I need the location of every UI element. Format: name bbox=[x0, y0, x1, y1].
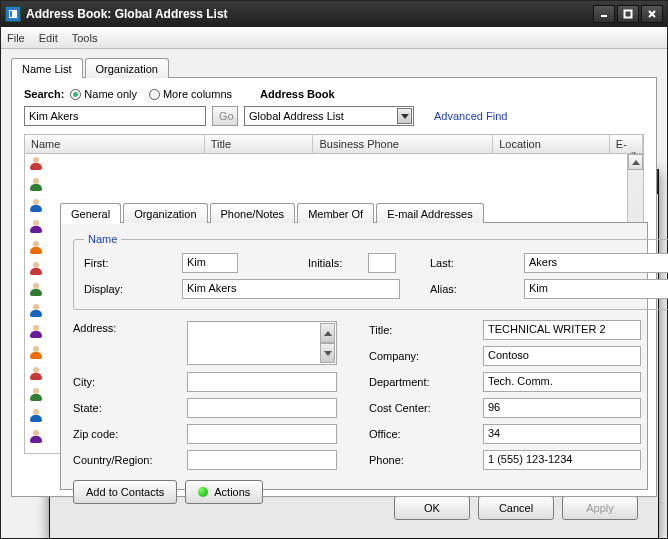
label-company: Company: bbox=[369, 350, 477, 362]
label-address: Address: bbox=[73, 320, 181, 334]
main-titlebar: Address Book: Global Address List bbox=[1, 1, 667, 27]
results-header: Name Title Business Phone Location E-mai… bbox=[24, 134, 644, 154]
minimize-button[interactable] bbox=[593, 5, 615, 23]
scroll-up-icon[interactable] bbox=[628, 154, 643, 170]
field-department[interactable]: Tech. Comm. bbox=[483, 372, 641, 392]
actions-button[interactable]: Actions bbox=[185, 480, 263, 504]
label-city: City: bbox=[73, 376, 181, 388]
person-icon bbox=[28, 346, 44, 362]
address-book-combo-value: Global Address List bbox=[249, 110, 344, 122]
person-icon bbox=[28, 430, 44, 446]
col-title[interactable]: Title bbox=[205, 135, 314, 153]
field-cost-center[interactable]: 96 bbox=[483, 398, 641, 418]
field-office[interactable]: 34 bbox=[483, 424, 641, 444]
general-panel: Name First: Kim Initials: Last: Akers Di… bbox=[60, 222, 648, 490]
label-first: First: bbox=[84, 257, 176, 269]
field-first[interactable]: Kim bbox=[182, 253, 238, 273]
person-icon bbox=[28, 388, 44, 404]
menu-edit[interactable]: Edit bbox=[39, 32, 58, 44]
name-legend: Name bbox=[84, 233, 121, 245]
address-book-icon bbox=[5, 6, 21, 22]
maximize-button[interactable] bbox=[617, 5, 639, 23]
field-title[interactable]: TECHNICAL WRITER 2 bbox=[483, 320, 641, 340]
label-state: State: bbox=[73, 402, 181, 414]
person-icon bbox=[28, 409, 44, 425]
radio-more-columns[interactable]: More columns bbox=[149, 88, 232, 100]
radio-name-only[interactable]: Name only bbox=[70, 88, 137, 100]
menu-file[interactable]: File bbox=[7, 32, 25, 44]
contact-properties-dialog: Kim Akers General Organization Phone/Not… bbox=[49, 169, 659, 539]
address-book-combo[interactable]: Global Address List bbox=[244, 106, 414, 126]
label-display: Display: bbox=[84, 283, 176, 295]
label-department: Department: bbox=[369, 376, 477, 388]
address-spinner[interactable] bbox=[320, 323, 335, 363]
advanced-find-link[interactable]: Advanced Find bbox=[434, 110, 507, 122]
person-icon bbox=[28, 241, 44, 257]
green-dot-icon bbox=[198, 487, 208, 497]
label-initials: Initials: bbox=[308, 257, 362, 269]
tab-name-list[interactable]: Name List bbox=[11, 58, 83, 78]
field-state[interactable] bbox=[187, 398, 337, 418]
close-button[interactable] bbox=[641, 5, 663, 23]
field-company[interactable]: Contoso bbox=[483, 346, 641, 366]
label-title: Title: bbox=[369, 324, 477, 336]
label-zip: Zip code: bbox=[73, 428, 181, 440]
svg-rect-1 bbox=[10, 11, 12, 17]
row-icons bbox=[28, 157, 44, 446]
dlg-tab-general[interactable]: General bbox=[60, 203, 121, 223]
search-label: Search: bbox=[24, 88, 64, 100]
dlg-tab-organization[interactable]: Organization bbox=[123, 203, 207, 223]
add-to-contacts-button[interactable]: Add to Contacts bbox=[73, 480, 177, 504]
field-zip[interactable] bbox=[187, 424, 337, 444]
dlg-tab-phone-notes[interactable]: Phone/Notes bbox=[210, 203, 296, 223]
go-button[interactable]: Go bbox=[212, 106, 238, 126]
label-country: Country/Region: bbox=[73, 454, 181, 466]
person-icon bbox=[28, 283, 44, 299]
person-icon bbox=[28, 220, 44, 236]
field-display[interactable]: Kim Akers bbox=[182, 279, 400, 299]
label-office: Office: bbox=[369, 428, 477, 440]
address-book-label: Address Book bbox=[260, 88, 335, 100]
menu-tools[interactable]: Tools bbox=[72, 32, 98, 44]
col-name[interactable]: Name bbox=[25, 135, 205, 153]
person-icon bbox=[28, 262, 44, 278]
field-last[interactable]: Akers bbox=[524, 253, 668, 273]
field-alias[interactable]: Kim bbox=[524, 279, 668, 299]
tab-organization[interactable]: Organization bbox=[85, 58, 169, 78]
person-icon bbox=[28, 199, 44, 215]
menubar: File Edit Tools bbox=[1, 27, 667, 49]
person-icon bbox=[28, 325, 44, 341]
field-address[interactable] bbox=[187, 321, 337, 365]
person-icon bbox=[28, 304, 44, 320]
main-title: Address Book: Global Address List bbox=[26, 7, 593, 21]
person-icon bbox=[28, 367, 44, 383]
person-icon bbox=[28, 157, 44, 173]
label-cost-center: Cost Center: bbox=[369, 402, 477, 414]
field-phone[interactable]: 1 (555) 123-1234 bbox=[483, 450, 641, 470]
person-icon bbox=[28, 178, 44, 194]
field-country[interactable] bbox=[187, 450, 337, 470]
dlg-tab-member-of[interactable]: Member Of bbox=[297, 203, 374, 223]
col-email[interactable]: E-mail bbox=[610, 135, 643, 153]
label-phone: Phone: bbox=[369, 454, 477, 466]
label-alias: Alias: bbox=[430, 283, 518, 295]
dlg-tab-email[interactable]: E-mail Addresses bbox=[376, 203, 484, 223]
col-phone[interactable]: Business Phone bbox=[313, 135, 493, 153]
svg-rect-3 bbox=[625, 11, 632, 18]
name-fieldset: Name First: Kim Initials: Last: Akers Di… bbox=[73, 233, 668, 310]
field-initials[interactable] bbox=[368, 253, 396, 273]
chevron-down-icon bbox=[397, 108, 412, 124]
col-location[interactable]: Location bbox=[493, 135, 610, 153]
label-last: Last: bbox=[430, 257, 518, 269]
field-city[interactable] bbox=[187, 372, 337, 392]
search-input[interactable] bbox=[24, 106, 206, 126]
